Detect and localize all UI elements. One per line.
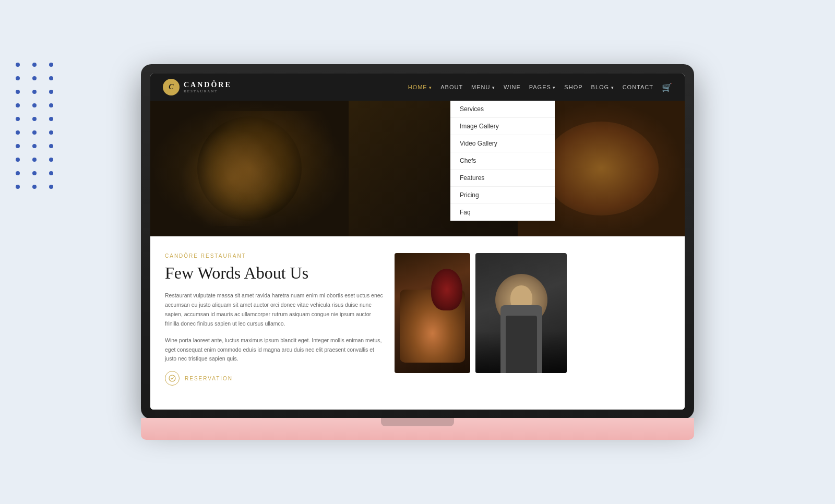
about-section: CANDÔRE RESTAURANT Few Words About Us Re… <box>150 236 685 410</box>
website-wrapper: C CANDÔRE RESTAURANT HOME ABOUT MENU WIN… <box>150 74 685 410</box>
dot <box>16 76 20 80</box>
dot <box>16 90 20 94</box>
section-heading: Few Words About Us <box>165 263 384 283</box>
dot <box>49 130 53 135</box>
dot <box>16 171 20 175</box>
dot <box>32 130 37 135</box>
chef-image-bg <box>475 253 567 373</box>
laptop-base <box>141 418 694 440</box>
logo-name: CANDÔRE <box>184 81 232 89</box>
dot <box>16 185 20 189</box>
section-tag: CANDÔRE RESTAURANT <box>165 253 384 259</box>
nav-item-shop[interactable]: SHOP <box>564 84 582 90</box>
nav-item-wine[interactable]: WINE <box>504 84 521 90</box>
dropdown-item-image-gallery[interactable]: Image Gallery <box>450 118 555 135</box>
nav-menu: HOME ABOUT MENU WINE PAGES SHOP BLOG CON… <box>408 82 672 92</box>
dropdown-item-video-gallery[interactable]: Video Gallery <box>450 135 555 152</box>
dot <box>32 63 37 67</box>
laptop-frame: C CANDÔRE RESTAURANT HOME ABOUT MENU WIN… <box>141 64 694 440</box>
nav-item-pages[interactable]: PAGES <box>529 84 556 90</box>
dot <box>32 76 37 80</box>
dot <box>16 158 20 162</box>
dot <box>49 90 53 94</box>
dropdown-item-services[interactable]: Services <box>450 101 555 118</box>
food-image-1-bg <box>395 253 470 373</box>
svg-point-0 <box>169 375 175 381</box>
dot <box>49 171 53 175</box>
dot <box>49 185 53 189</box>
logo-subtitle: RESTAURANT <box>184 89 232 93</box>
dot <box>32 171 37 175</box>
food-image-1 <box>395 253 470 373</box>
chef-apron <box>506 316 537 373</box>
dot <box>49 103 53 107</box>
nav-item-contact[interactable]: CONTACT <box>623 84 653 90</box>
dot <box>49 117 53 121</box>
nav-item-menu[interactable]: MENU <box>471 84 495 90</box>
dropdown-item-features[interactable]: Features <box>450 170 555 187</box>
laptop-notch <box>381 418 454 426</box>
dot <box>49 63 53 67</box>
nav-item-home[interactable]: HOME <box>408 84 433 90</box>
dot <box>49 158 53 162</box>
pages-dropdown: Services Image Gallery Video Gallery Che… <box>450 101 555 221</box>
logo-icon: C <box>163 79 180 95</box>
dot <box>16 63 20 67</box>
about-paragraph-2: Wine porta laoreet ante, luctus maximus … <box>165 336 384 364</box>
food-images <box>395 253 567 393</box>
dot <box>49 144 53 148</box>
nav-item-about[interactable]: ABOUT <box>440 84 463 90</box>
reservation-row[interactable]: RESERVATION <box>165 371 384 386</box>
dot <box>32 90 37 94</box>
about-text: CANDÔRE RESTAURANT Few Words About Us Re… <box>165 253 384 393</box>
reservation-icon <box>165 371 180 386</box>
dropdown-item-chefs[interactable]: Chefs <box>450 152 555 170</box>
dot <box>49 76 53 80</box>
dot <box>16 117 20 121</box>
logo-text: CANDÔRE RESTAURANT <box>184 81 232 93</box>
dots-decoration-left <box>16 63 56 189</box>
about-paragraph-1: Restaurant vulputate massa sit amet ravi… <box>165 291 384 328</box>
hero-section: Services Image Gallery Video Gallery Che… <box>150 101 685 236</box>
dot <box>32 103 37 107</box>
hero-background <box>150 101 685 236</box>
nav-item-blog[interactable]: BLOG <box>591 84 614 90</box>
chef-image <box>475 253 567 373</box>
chef-figure <box>490 279 553 373</box>
logo[interactable]: C CANDÔRE RESTAURANT <box>163 79 232 95</box>
dropdown-item-pricing[interactable]: Pricing <box>450 187 555 204</box>
dot <box>32 158 37 162</box>
dot <box>16 130 20 135</box>
dot <box>16 144 20 148</box>
cart-button[interactable]: 🛒 <box>662 82 672 92</box>
dot <box>32 144 37 148</box>
laptop-bezel: C CANDÔRE RESTAURANT HOME ABOUT MENU WIN… <box>141 64 694 419</box>
reservation-label: RESERVATION <box>185 376 233 381</box>
dot <box>16 103 20 107</box>
dot <box>32 185 37 189</box>
navbar: C CANDÔRE RESTAURANT HOME ABOUT MENU WIN… <box>150 74 685 101</box>
laptop-screen: C CANDÔRE RESTAURANT HOME ABOUT MENU WIN… <box>150 74 685 410</box>
dropdown-item-faq[interactable]: Faq <box>450 204 555 221</box>
dot <box>32 117 37 121</box>
hero-food-left-image <box>150 101 349 236</box>
